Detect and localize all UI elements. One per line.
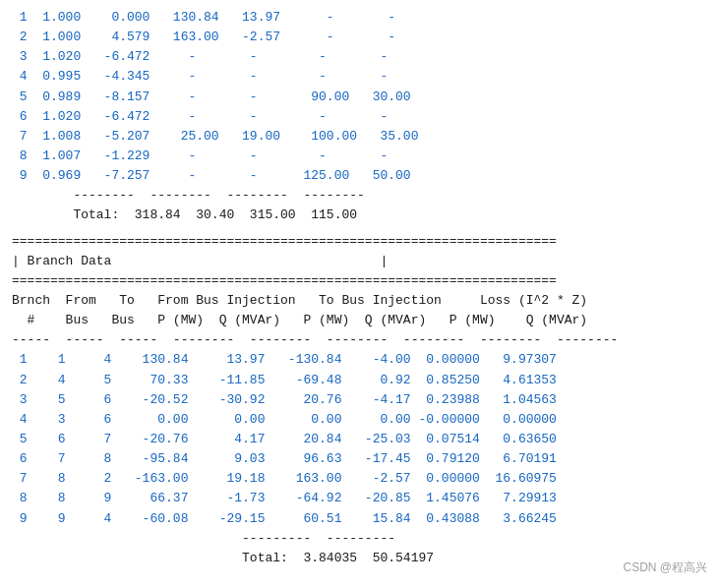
bus-separator: -------- -------- -------- -------- xyxy=(12,186,707,206)
watermark: CSDN @程高兴 xyxy=(623,559,707,576)
branch-section-wrapper: ========================================… xyxy=(12,232,707,568)
bus-total: Total: 318.84 30.40 315.00 115.00 xyxy=(12,206,707,225)
bus-data-section: 1 1.000 0.000 130.84 13.97 - - 2 1.000 4… xyxy=(12,8,707,226)
equals-top: ========================================… xyxy=(12,232,707,252)
branch-dash1: ----- ----- ----- -------- -------- ----… xyxy=(12,330,707,350)
equals-bottom: ========================================… xyxy=(12,271,707,291)
branch-total: Total: 3.84035 50.54197 xyxy=(12,549,707,568)
branch-col-headers-2: # Bus Bus P (MW) Q (MVAr) P (MW) Q (MVAr… xyxy=(12,311,707,330)
bus-data-rows: 1 1.000 0.000 130.84 13.97 - - 2 1.000 4… xyxy=(12,8,707,186)
branch-col-headers-1: Brnch From To From Bus Injection To Bus … xyxy=(12,291,707,311)
branch-data-rows: 1 1 4 130.84 13.97 -130.84 -4.00 0.00000… xyxy=(12,350,707,528)
branch-dash2: --------- --------- xyxy=(12,529,707,549)
branch-header: | Branch Data | xyxy=(12,252,707,271)
